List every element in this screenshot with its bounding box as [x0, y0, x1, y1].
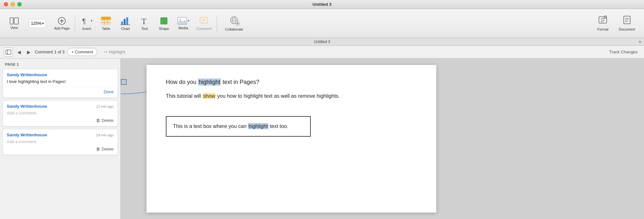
collaborate-button[interactable]: Collaborate [220, 12, 249, 35]
titlebar-buttons [4, 2, 22, 6]
trash-icon-3: 🗑 [96, 147, 100, 151]
commentbar: ◀ ▶ Comment 1 of 3 + Comment ✏ Highlight… [0, 46, 644, 59]
trash-icon-2: 🗑 [96, 118, 100, 123]
svg-rect-13 [124, 19, 126, 25]
toolbar-right: Format Document [593, 12, 639, 35]
textbox-highlight: highlight [248, 123, 269, 129]
table-button[interactable]: Table [97, 12, 115, 35]
minimize-button[interactable] [11, 2, 15, 6]
canvas-area: How do you highlight text in Pages? This… [121, 59, 644, 219]
svg-text:T: T [141, 17, 147, 25]
add-comment-button[interactable]: + Comment [67, 48, 98, 56]
text-box[interactable]: This is a text box where you can highlig… [166, 116, 311, 137]
divider-2 [217, 15, 217, 32]
chart-icon [120, 16, 130, 25]
chart-button[interactable]: Chart [116, 12, 134, 35]
prev-comment-button[interactable]: ◀ [15, 49, 23, 56]
line1-highlight: highlight [198, 78, 221, 86]
zoom-control[interactable]: 125% ▾ 125% [24, 12, 50, 35]
titlebar: Untitled 3 [0, 0, 644, 9]
document-icon [622, 15, 631, 26]
comment-body-1[interactable]: I love highlighting text in Pages! [7, 79, 114, 87]
comment-author-1: Sandy Writtenhouse [7, 72, 47, 77]
close-button[interactable] [4, 2, 8, 6]
svg-rect-1 [14, 18, 18, 24]
comment-card-2-header: Sandy Writtenhouse 12 min ago [7, 104, 114, 109]
comment-toolbar-label: Comment [196, 27, 212, 31]
comment-delete-button-3[interactable]: 🗑 Delete [96, 147, 114, 151]
view-label: View [10, 26, 18, 30]
textbox-pre: This is a text box where you can [173, 123, 248, 129]
comment-placeholder-3[interactable]: Add a comment. [7, 139, 114, 144]
add-page-button[interactable]: Add Page [52, 12, 72, 35]
shape-icon [159, 16, 168, 25]
highlight-label: Highlight [109, 50, 125, 54]
document-button[interactable]: Document [615, 12, 639, 35]
format-button[interactable]: Format [593, 12, 612, 35]
svg-rect-17 [160, 17, 167, 24]
shape-button[interactable]: Shape [155, 12, 173, 35]
comment-toolbar-button[interactable]: Comment [194, 12, 214, 35]
textbox-post: text too. [269, 123, 288, 129]
table-label: Table [102, 27, 110, 31]
divider-1 [75, 15, 75, 32]
page-canvas: How do you highlight text in Pages? This… [147, 65, 436, 213]
subtitle-title: Untitled 3 [314, 40, 330, 44]
maximize-button[interactable] [17, 2, 22, 6]
pencil-icon: ✏ [104, 50, 108, 54]
line2-pre: This tutorial will [166, 93, 203, 99]
page-line-1: How do you highlight text in Pages? [166, 78, 417, 87]
line2-highlight: show [203, 93, 216, 99]
svg-rect-7 [101, 17, 111, 20]
comments-sidebar: PAGE 1 Sandy Writtenhouse I love highlig… [0, 59, 121, 219]
svg-point-30 [237, 23, 238, 24]
track-changes-button[interactable]: Track Changes [607, 48, 640, 56]
comment-done-button-1[interactable]: Done [104, 89, 114, 94]
media-label: Media [178, 26, 188, 30]
line1-post: text in Pages? [221, 79, 259, 85]
highlight-button[interactable]: ✏ Highlight [100, 48, 129, 56]
media-icon: ▾ [177, 17, 189, 25]
add-page-label: Add Page [54, 26, 70, 30]
insert-label: Insert [82, 27, 91, 31]
zoom-value[interactable]: 125% ▾ [29, 19, 46, 28]
text-icon: T [140, 16, 149, 25]
comment-delete-button-2[interactable]: 🗑 Delete [96, 118, 114, 123]
add-page-icon [58, 17, 66, 25]
window-title: Untitled 3 [312, 2, 331, 7]
collaborate-icon [228, 16, 240, 26]
insert-button[interactable]: ¶ ▾ Insert [78, 12, 96, 35]
page-label: PAGE 1 [0, 62, 120, 69]
text-button[interactable]: T Text [136, 12, 154, 35]
next-comment-button[interactable]: ▶ [25, 49, 32, 56]
svg-rect-14 [126, 17, 128, 25]
svg-rect-42 [6, 50, 11, 54]
subtitle-bar: Untitled 3 + [0, 38, 644, 46]
subtitle-plus-button[interactable]: + [639, 39, 641, 45]
comment-toolbar-icon [199, 16, 208, 25]
comment-time-3: 19 min ago [96, 133, 114, 137]
view-button[interactable]: View [5, 12, 23, 35]
add-comment-label: + Comment [71, 50, 93, 54]
media-button[interactable]: ▾ Media [174, 12, 192, 35]
page-content: How do you highlight text in Pages? This… [147, 65, 436, 150]
comment-card-2: Sandy Writtenhouse 12 min ago Add a comm… [3, 100, 118, 126]
svg-text:¶: ¶ [82, 17, 86, 25]
comment-footer-1: Done [7, 89, 114, 94]
comment-placeholder-2[interactable]: Add a comment. [7, 111, 114, 115]
shape-label: Shape [159, 27, 169, 31]
page-line-2: This tutorial will show you how to highl… [166, 92, 417, 100]
comment-card-3: Sandy Writtenhouse 19 min ago Add a comm… [3, 129, 118, 155]
svg-rect-12 [121, 22, 123, 25]
comment-footer-2: 🗑 Delete [7, 118, 114, 123]
comment-time-2: 12 min ago [96, 105, 114, 108]
comment-author-3: Sandy Writtenhouse [7, 132, 47, 137]
format-label: Format [597, 27, 609, 31]
main-layout: PAGE 1 Sandy Writtenhouse I love highlig… [0, 59, 644, 219]
view-icon [10, 17, 19, 24]
document-label: Document [619, 27, 635, 31]
collaborate-label: Collaborate [225, 27, 243, 31]
chart-label: Chart [121, 27, 130, 31]
format-icon [598, 15, 607, 26]
sidebar-toggle-button[interactable] [4, 48, 13, 57]
